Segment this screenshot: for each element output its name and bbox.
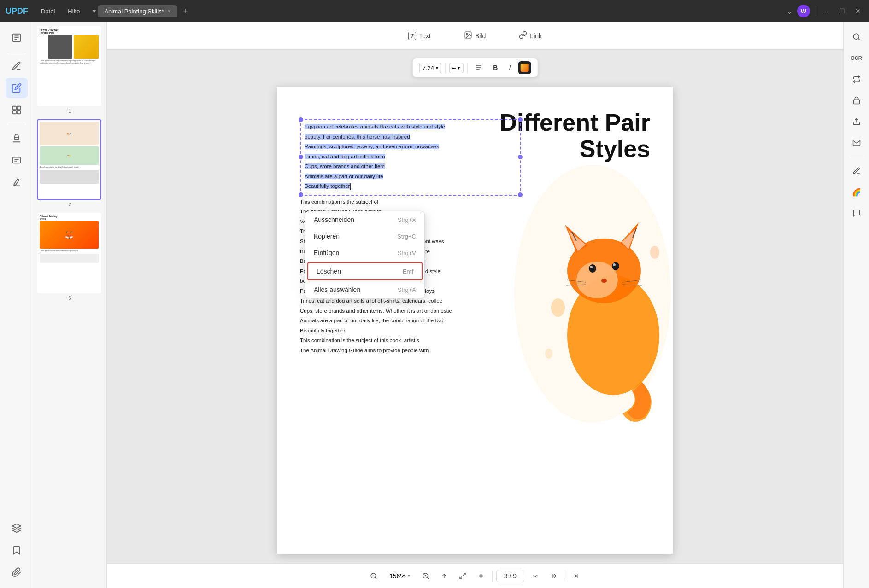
link-tool-btn[interactable]: Link: [511, 28, 549, 43]
link-icon: [519, 31, 527, 41]
thumb-label-1: 1: [37, 108, 103, 114]
text-icon: T: [408, 32, 416, 40]
bild-tool-btn[interactable]: Bild: [457, 28, 493, 43]
right-search-btn[interactable]: [847, 28, 866, 46]
thumbnail-page-2[interactable]: 🎨🖌️ 🐕🐈 Animals are a part of our daily l…: [37, 119, 103, 207]
svg-rect-4: [12, 106, 16, 110]
svg-point-14: [466, 33, 467, 34]
titlebar-right: ⌄ W — ☐ ✕: [787, 5, 863, 17]
zoom-level-display[interactable]: 156% ▾: [385, 572, 415, 580]
resize-handle-tr[interactable]: [518, 117, 523, 122]
fox-svg: [512, 160, 673, 427]
thumbnail-panel: How to Draw OurFavorite Pets Lorem ipsum…: [33, 22, 107, 588]
titlebar: UPDF Datei Hilfe ▾ Animal Painting Skill…: [0, 0, 869, 22]
svg-point-27: [612, 262, 619, 270]
thumb-label-3: 3: [37, 295, 103, 301]
thumb-label-2: 2: [37, 202, 103, 207]
context-menu: Ausschneiden Strg+X Kopieren Strg+C Einf…: [305, 211, 425, 298]
sidebar-icon-read[interactable]: [6, 28, 28, 48]
resize-handle-ml[interactable]: [299, 155, 303, 159]
pdf-area: 7.24 ▾ – ▾ B I: [107, 50, 843, 563]
sidebar-icon-sign[interactable]: [6, 172, 28, 192]
menu-datei[interactable]: Datei: [35, 6, 60, 17]
ctx-cut-label: Ausschneiden: [314, 216, 354, 223]
sidebar-icon-annotate[interactable]: [6, 56, 28, 76]
main-layout: How to Draw OurFavorite Pets Lorem ipsum…: [0, 22, 869, 588]
sidebar-icon-organize[interactable]: [6, 100, 28, 120]
zoom-in-btn[interactable]: [418, 569, 433, 583]
left-sidebar: [0, 22, 33, 588]
sidebar-icon-bookmark[interactable]: [6, 540, 28, 560]
text-tool-btn[interactable]: T Text: [401, 29, 438, 43]
close-bar-btn[interactable]: [569, 569, 584, 583]
ctx-cut-shortcut: Strg+X: [398, 216, 416, 223]
bottom-bar: 156% ▾ 3 / 9: [107, 563, 843, 588]
sidebar-icon-stamp[interactable]: [6, 128, 28, 148]
font-size-select[interactable]: 7.24 ▾: [419, 63, 441, 73]
bild-icon: [464, 31, 472, 41]
right-share-btn[interactable]: [847, 112, 866, 131]
right-chat-btn[interactable]: [847, 204, 866, 222]
italic-btn[interactable]: I: [505, 63, 514, 73]
ctx-paste-label: Einfügen: [314, 249, 339, 256]
font-style-dropdown-icon: ▾: [458, 65, 460, 70]
svg-rect-8: [14, 138, 18, 140]
right-protect-btn[interactable]: [847, 91, 866, 110]
ctx-copy[interactable]: Kopieren Strg+C: [305, 228, 424, 245]
fit-all-btn[interactable]: [455, 569, 470, 583]
right-stamp2-btn[interactable]: [847, 162, 866, 180]
resize-handle-mr[interactable]: [518, 155, 523, 159]
ctx-paste[interactable]: Einfügen Strg+V: [305, 245, 424, 261]
fit-width-btn[interactable]: [474, 569, 488, 583]
ctx-delete[interactable]: Löschen Entf: [307, 262, 423, 280]
minimize-btn[interactable]: —: [820, 7, 832, 15]
ctx-select-all[interactable]: Alles auswählen Strg+A: [305, 281, 424, 298]
svg-rect-54: [853, 100, 860, 104]
tab-dropdown-btn[interactable]: ▾: [93, 7, 96, 15]
zoom-out-btn[interactable]: [366, 569, 381, 583]
sidebar-icon-layers[interactable]: [6, 518, 28, 538]
fmt-divider-2: [467, 63, 467, 73]
svg-line-44: [427, 577, 429, 579]
new-tab-btn[interactable]: +: [179, 6, 192, 16]
svg-line-48: [463, 573, 465, 576]
right-ocr-btn[interactable]: OCR: [847, 49, 866, 67]
svg-rect-5: [17, 106, 20, 110]
font-style-select[interactable]: – ▾: [449, 63, 463, 73]
selected-text-content: Egyptian art celebrates animals like cat…: [305, 122, 517, 191]
menu-hilfe[interactable]: Hilfe: [62, 6, 85, 17]
first-page-btn[interactable]: [546, 569, 561, 583]
thumbnail-page-3[interactable]: Different PaintingStyles 🦊 Lorem ipsum d…: [37, 213, 103, 301]
active-tab[interactable]: Animal Painting Skills* ×: [98, 5, 177, 17]
right-rainbow-btn[interactable]: 🌈: [847, 183, 866, 201]
fit-height-btn[interactable]: [437, 569, 452, 583]
sidebar-icon-edit[interactable]: [6, 78, 28, 98]
menu-bar: Datei Hilfe: [35, 6, 85, 17]
bold-btn[interactable]: B: [489, 63, 501, 73]
svg-line-53: [858, 38, 859, 40]
ctx-cut[interactable]: Ausschneiden Strg+X: [305, 211, 424, 228]
page-display[interactable]: 3 / 9: [496, 570, 524, 582]
ctx-paste-shortcut: Strg+V: [398, 250, 416, 256]
tab-close-btn[interactable]: ×: [168, 8, 171, 14]
sidebar-icon-form[interactable]: [6, 150, 28, 170]
thumbnail-page-1[interactable]: How to Draw OurFavorite Pets Lorem ipsum…: [37, 26, 103, 114]
resize-handle-bl[interactable]: [299, 192, 303, 197]
sidebar-icon-attachment[interactable]: [6, 562, 28, 582]
selected-text-block[interactable]: Egyptian art celebrates animals like cat…: [300, 119, 521, 196]
align-btn[interactable]: [471, 62, 486, 74]
content-area: T Text Bild Link 7.24 ▾: [107, 22, 843, 588]
zoom-value: 156%: [389, 572, 406, 580]
right-email-btn[interactable]: [847, 134, 866, 152]
svg-line-41: [375, 577, 376, 579]
maximize-btn[interactable]: ☐: [836, 7, 848, 15]
prev-page-btn[interactable]: [528, 569, 543, 583]
chevron-down-icon[interactable]: ⌄: [787, 7, 793, 16]
right-convert-btn[interactable]: [847, 70, 866, 88]
color-picker-btn[interactable]: [518, 61, 531, 74]
avatar[interactable]: W: [797, 5, 810, 17]
close-btn[interactable]: ✕: [852, 7, 863, 15]
resize-handle-tl[interactable]: [299, 117, 303, 122]
svg-point-35: [551, 298, 565, 317]
bottom-divider: [492, 571, 493, 582]
